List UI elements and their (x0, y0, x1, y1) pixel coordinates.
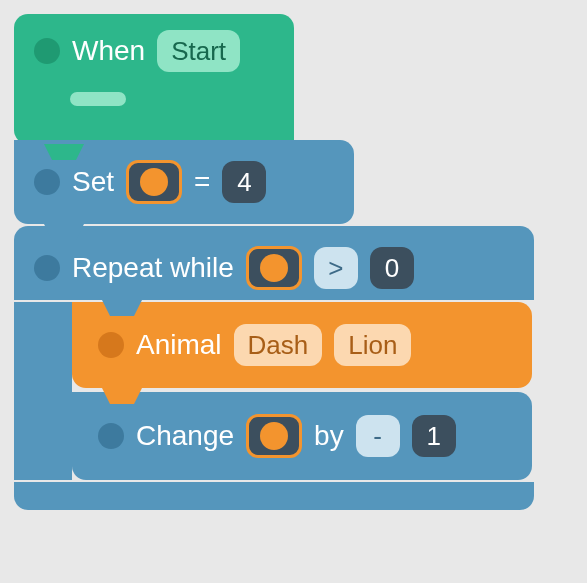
repeat-body: Animal Dash Lion Change (14, 302, 534, 480)
block-handle-dot (98, 423, 124, 449)
repeat-while-block[interactable]: Repeat while > 0 (14, 226, 534, 300)
block-notch (44, 510, 84, 526)
variable-slot[interactable] (246, 414, 302, 458)
repeat-rhs-pill[interactable]: 0 (370, 247, 414, 289)
equals-label: = (194, 166, 210, 198)
animal-block[interactable]: Animal Dash Lion (72, 302, 532, 388)
repeat-label: Repeat while (72, 252, 234, 284)
block-handle-dot (34, 169, 60, 195)
when-event-pill[interactable]: Start (157, 30, 240, 72)
set-value-text: 4 (237, 167, 251, 198)
change-sign-text: - (373, 421, 382, 452)
set-value-pill[interactable]: 4 (222, 161, 266, 203)
animal-label: Animal (136, 329, 222, 361)
block-stack: When Start Set = 4 Repeat while (14, 14, 534, 510)
variable-icon (140, 168, 168, 196)
repeat-op-pill[interactable]: > (314, 247, 358, 289)
change-amount-pill[interactable]: 1 (412, 415, 456, 457)
block-handle-dot (34, 38, 60, 64)
by-label: by (314, 420, 344, 452)
block-handle-dot (98, 332, 124, 358)
animal-target-text: Dash (248, 330, 309, 361)
animal-target-pill[interactable]: Dash (234, 324, 323, 366)
variable-icon (260, 422, 288, 450)
when-event-text: Start (171, 36, 226, 67)
repeat-op-text: > (328, 253, 343, 284)
repeat-rhs-text: 0 (385, 253, 399, 284)
variable-icon (260, 254, 288, 282)
block-handle-dot (34, 255, 60, 281)
when-start-block[interactable]: When Start (14, 14, 294, 144)
change-amount-text: 1 (426, 421, 440, 452)
when-label: When (72, 35, 145, 67)
repeat-bottom-bar (14, 482, 534, 510)
change-label: Change (136, 420, 234, 452)
variable-slot[interactable] (126, 160, 182, 204)
when-extra-bar (70, 92, 126, 106)
change-variable-block[interactable]: Change by - 1 (72, 392, 532, 480)
animal-kind-text: Lion (348, 330, 397, 361)
change-sign-pill[interactable]: - (356, 415, 400, 457)
variable-slot[interactable] (246, 246, 302, 290)
set-label: Set (72, 166, 114, 198)
animal-kind-pill[interactable]: Lion (334, 324, 411, 366)
repeat-arm (14, 302, 72, 480)
